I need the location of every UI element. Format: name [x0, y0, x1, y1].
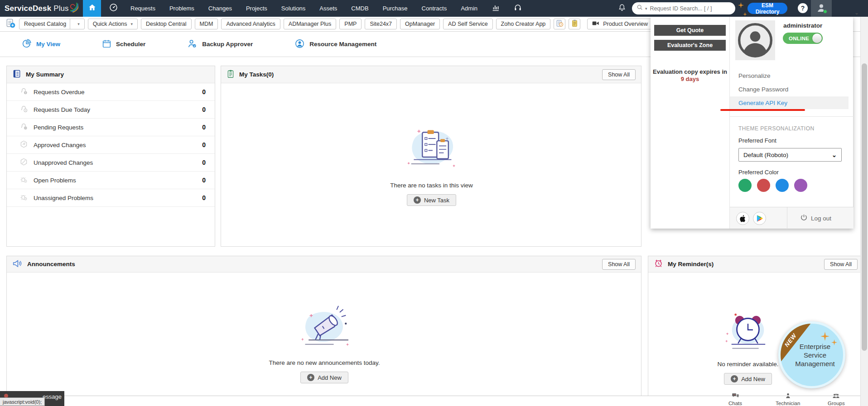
- divider: [730, 116, 854, 117]
- online-status-toggle[interactable]: ONLINE: [783, 33, 823, 44]
- tab-resource-management[interactable]: Resource Management: [294, 38, 376, 50]
- summary-row-pending-requests[interactable]: Pending Requests 0: [7, 119, 215, 136]
- chevron-down-icon: ⌄: [832, 152, 837, 158]
- support-button[interactable]: [514, 4, 522, 13]
- app-ad-self-service[interactable]: AD Self Service: [443, 19, 493, 29]
- request-catalog-button[interactable]: Request Catalog ▾: [19, 19, 85, 29]
- app-site24x7[interactable]: Site24x7: [365, 19, 397, 29]
- my-summary-header: My Summary: [7, 66, 215, 83]
- tab-backup-approver[interactable]: Backup Approver: [187, 38, 253, 50]
- apple-app-store-icon[interactable]: [736, 212, 749, 225]
- technician-label: Technician: [776, 401, 800, 406]
- tabbar-overflow-caret-icon[interactable]: ⌄: [854, 0, 859, 25]
- quick-actions-button[interactable]: Quick Actions ▾: [88, 19, 138, 29]
- search-input[interactable]: [649, 5, 731, 12]
- nav-item-requests[interactable]: Requests: [130, 5, 155, 12]
- nav-item-cmdb[interactable]: CMDB: [351, 5, 368, 12]
- summary-row-label: Pending Requests: [34, 124, 83, 131]
- summary-row-requests-due-today[interactable]: Requests Due Today 0: [7, 101, 215, 119]
- chats-label: Chats: [728, 401, 742, 406]
- summary-row-requests-overdue[interactable]: Requests Overdue 0: [7, 83, 215, 101]
- menu-item-personalize[interactable]: Personalize: [730, 69, 849, 82]
- app-mdm[interactable]: MDM: [195, 19, 218, 29]
- groups-button[interactable]: Groups: [828, 392, 845, 406]
- bar-chart-icon: [492, 6, 500, 13]
- evaluation-expiry-text: Evaluation copy expires in: [651, 68, 729, 75]
- request-catalog-caret-icon[interactable]: ▾: [70, 19, 80, 29]
- quick-actions-label: Quick Actions: [93, 21, 127, 27]
- notifications-button[interactable]: [615, 0, 629, 17]
- summary-row-unapproved-changes[interactable]: Unapproved Changes 0: [7, 154, 215, 172]
- nav-item-projects[interactable]: Projects: [246, 5, 267, 12]
- preferred-font-label: Preferred Font: [738, 137, 776, 144]
- my-tasks-header: My Tasks(0) Show All: [221, 66, 641, 83]
- color-swatch-purple[interactable]: [794, 179, 807, 192]
- reports-button[interactable]: [492, 4, 500, 13]
- nav-item-solutions[interactable]: Solutions: [281, 5, 305, 12]
- search-icon: [637, 4, 643, 13]
- app-advanced-analytics[interactable]: Advanced Analytics: [221, 19, 280, 29]
- evaluators-zone-button[interactable]: Evaluator's Zone: [654, 40, 726, 51]
- tasks-show-all-button[interactable]: Show All: [602, 69, 636, 80]
- reminders-empty-text: No reminder available.: [717, 361, 778, 368]
- new-task-button[interactable]: + New Task: [407, 194, 456, 206]
- main-nav: Requests Problems Changes Projects Solut…: [130, 0, 522, 17]
- tab-backup-approver-label: Backup Approver: [202, 41, 253, 48]
- scrollbar-thumb[interactable]: [862, 63, 867, 351]
- nav-item-admin[interactable]: Admin: [461, 5, 477, 12]
- menu-item-generate-api-key[interactable]: Generate API Key: [730, 96, 849, 109]
- reminder-add-new-button[interactable]: + Add New: [724, 373, 772, 385]
- search-scope-caret-icon[interactable]: ▾: [645, 6, 647, 11]
- toggle-knob: [812, 33, 822, 43]
- esm-directory-button[interactable]: ESM Directory: [747, 3, 787, 14]
- notes-button[interactable]: [569, 19, 580, 29]
- app-desktop-central[interactable]: Desktop Central: [141, 19, 192, 29]
- announcement-add-new-button[interactable]: + Add New: [300, 372, 348, 383]
- nav-item-purchase[interactable]: Purchase: [383, 5, 408, 12]
- announcements-title: Announcements: [27, 261, 75, 267]
- evaluation-column: Get Quote Evaluator's Zone Evaluation co…: [651, 17, 729, 229]
- logout-button[interactable]: Log out: [800, 207, 831, 229]
- summary-row-unassigned-problems[interactable]: Unassigned Problems 0: [7, 189, 215, 207]
- menu-item-change-password[interactable]: Change Password: [730, 83, 849, 96]
- summary-row-approved-changes[interactable]: Approved Changes 0: [7, 136, 215, 154]
- tab-my-view[interactable]: My View: [22, 38, 60, 50]
- app-zoho-creator[interactable]: Zoho Creator App: [496, 19, 551, 29]
- help-button[interactable]: ?: [798, 3, 808, 13]
- color-swatch-green[interactable]: [738, 179, 752, 192]
- tab-scheduler[interactable]: Scheduler: [102, 39, 145, 50]
- preferred-font-select[interactable]: Default (Roboto) ⌄: [738, 148, 842, 162]
- brand-swoosh-icon: [69, 2, 78, 15]
- announcements-show-all-button[interactable]: Show All: [602, 259, 636, 270]
- reminders-show-all-button[interactable]: Show All: [824, 259, 858, 270]
- recent-activity-button[interactable]: [554, 19, 565, 29]
- dashboard-gauge-button[interactable]: [105, 0, 121, 17]
- technician-button[interactable]: Technician: [776, 392, 800, 406]
- app-admanager-plus[interactable]: ADManager Plus: [284, 19, 337, 29]
- google-play-icon[interactable]: [753, 212, 766, 225]
- summary-row-label: Requests Overdue: [34, 89, 85, 96]
- summary-row-value: 0: [202, 106, 206, 113]
- summary-row-open-problems[interactable]: Open Problems 0: [7, 172, 215, 189]
- color-swatch-red[interactable]: [757, 179, 770, 192]
- chats-button[interactable]: Chats: [728, 392, 742, 406]
- nav-item-contracts[interactable]: Contracts: [422, 5, 447, 12]
- esm-new-badge[interactable]: NEW Enterprise Service Management: [778, 321, 845, 388]
- brand-name: ServiceDesk: [5, 4, 51, 13]
- get-quote-button[interactable]: Get Quote: [654, 25, 726, 36]
- home-button[interactable]: [83, 0, 101, 17]
- add-request-icon[interactable]: [5, 18, 16, 30]
- app-opmanager[interactable]: OpManager: [400, 19, 440, 29]
- user-menu-button[interactable]: [811, 0, 832, 17]
- color-swatch-blue[interactable]: [776, 179, 789, 192]
- summary-row-label: Requests Due Today: [34, 106, 90, 113]
- app-pmp[interactable]: PMP: [339, 19, 362, 29]
- nav-item-problems[interactable]: Problems: [169, 5, 194, 12]
- vertical-scrollbar[interactable]: [860, 17, 868, 406]
- brand-logo[interactable]: ServiceDesk Plus: [5, 0, 78, 17]
- nav-item-changes[interactable]: Changes: [208, 5, 232, 12]
- tab-resource-management-label: Resource Management: [309, 41, 376, 48]
- nav-item-assets[interactable]: Assets: [319, 5, 337, 12]
- sparkle-icon: [820, 332, 829, 343]
- profile-avatar[interactable]: [735, 20, 775, 60]
